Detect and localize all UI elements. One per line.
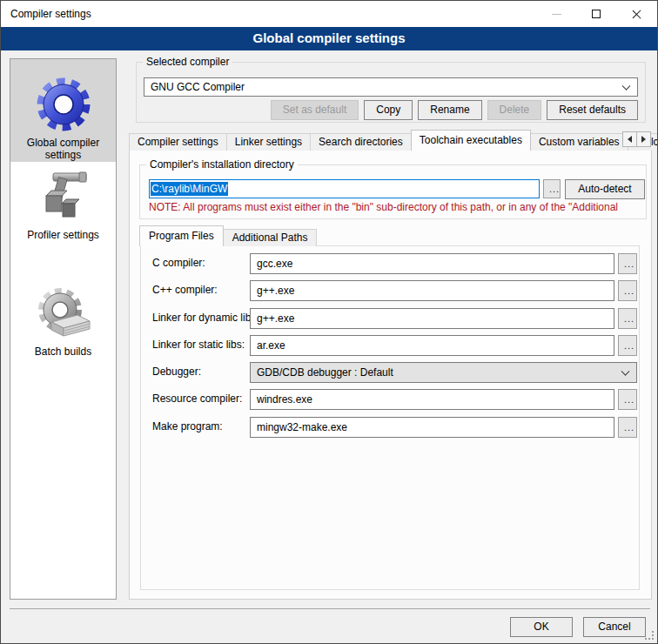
minimize-icon [552,14,561,15]
settings-sidebar: Global compiler settings Profiler settin… [10,58,117,600]
gray-gear-stack-icon [36,285,91,341]
field-value: g++.exe [257,285,294,297]
sidebar-item-label: Batch builds [35,345,91,358]
dynamic-linker-row: Linker for dynamic libs: g++.exe ... [141,308,639,329]
resize-grip-icon[interactable] [645,631,654,640]
field-label: Debugger: [152,366,201,378]
sidebar-item-label: Global compiler settings [10,137,116,161]
field-label: Linker for static libs: [152,339,245,351]
window-title: Compiler settings [10,1,91,27]
compiler-buttons: Set as default Copy Rename Delete Reset … [271,100,638,120]
arrow-right-icon [641,136,649,143]
close-button[interactable] [616,1,656,27]
field-label: Resource compiler: [152,392,242,405]
field-value: g++.exe [257,312,294,325]
reset-defaults-button[interactable]: Reset defaults [547,100,638,120]
sidebar-item-global-compiler-settings[interactable]: Global compiler settings [10,59,116,162]
static-linker-input[interactable]: ar.exe [250,335,614,356]
cpp-compiler-row: C++ compiler: g++.exe ... [141,280,639,301]
delete-button: Delete [487,100,542,120]
debugger-row: Debugger: GDB/CDB debugger : Default [141,362,639,383]
main-tab-strip: Compiler settings Linker settings Search… [129,131,658,151]
blue-gear-icon [36,77,91,132]
tab-scroll-right-button[interactable] [636,131,651,147]
footer-divider [10,608,650,609]
browse-static-linker-button[interactable]: ... [618,335,637,356]
group-label: Compiler's installation directory [146,158,298,171]
arrow-left-icon [624,136,632,143]
field-label: Make program: [152,420,223,433]
installation-directory-group: Compiler's installation directory C:\ray… [139,164,647,219]
sidebar-item-label: Profiler settings [27,229,99,241]
browse-cpp-compiler-button[interactable]: ... [618,280,637,301]
compiler-settings-dialog: Compiler settings Global compiler settin… [0,0,658,644]
minimize-button [536,1,576,27]
field-label: C compiler: [152,257,205,269]
tab-search-directories[interactable]: Search directories [310,133,412,151]
ok-button[interactable]: OK [510,617,573,637]
field-value: mingw32-make.exe [257,421,347,433]
field-value: ar.exe [257,339,285,352]
sidebar-item-batch-builds[interactable]: Batch builds [10,280,116,371]
toolchain-executables-panel: Compiler's installation directory C:\ray… [129,150,652,600]
program-files-panel: C compiler: gcc.exe ... C++ compiler: g+… [140,245,640,590]
group-label: Selected compiler [143,56,232,68]
compiler-select[interactable]: GNU GCC Compiler [144,77,638,97]
sub-tab-strip: Program Files Additional Paths [139,225,316,246]
cpp-compiler-input[interactable]: g++.exe [250,280,614,301]
browse-dynamic-linker-button[interactable]: ... [618,308,637,329]
close-icon [631,9,642,20]
tab-toolchain-executables[interactable]: Toolchain executables [411,130,531,151]
browse-directory-button[interactable]: ... [543,179,561,198]
browse-make-program-button[interactable]: ... [618,417,637,438]
make-program-input[interactable]: mingw32-make.exe [250,417,614,438]
page-title: Global compiler settings [1,27,657,50]
chevron-down-icon [621,367,630,376]
browse-resource-compiler-button[interactable]: ... [618,389,637,410]
auto-detect-button[interactable]: Auto-detect [565,179,645,199]
c-compiler-row: C compiler: gcc.exe ... [141,253,639,274]
chevron-down-icon [622,82,631,91]
tab-compiler-settings[interactable]: Compiler settings [129,133,227,151]
resource-compiler-row: Resource compiler: windres.exe ... [141,389,639,410]
set-as-default-button: Set as default [271,100,359,120]
maximize-button[interactable] [576,1,616,27]
field-value: GDB/CDB debugger : Default [257,366,393,379]
tab-program-files[interactable]: Program Files [139,225,224,246]
selected-compiler-group: Selected compiler GNU GCC Compiler Set a… [136,62,646,123]
field-value: gcc.exe [257,258,292,270]
tab-scroll-buttons [623,131,651,147]
field-label: Linker for dynamic libs: [152,312,259,324]
c-compiler-input[interactable]: gcc.exe [250,253,614,274]
selected-path-text: C:\raylib\MinGW [151,182,228,196]
tab-linker-settings[interactable]: Linker settings [226,133,311,151]
browse-c-compiler-button[interactable]: ... [618,253,637,274]
tab-custom-variables[interactable]: Custom variables [530,133,628,151]
caliper-icon [36,169,91,225]
bin-subdirectory-note: NOTE: All programs must exist either in … [149,201,618,213]
title-bar: Compiler settings [1,1,657,27]
resource-compiler-input[interactable]: windres.exe [250,389,614,410]
static-linker-row: Linker for static libs: ar.exe ... [141,335,639,356]
rename-button[interactable]: Rename [418,100,481,120]
compiler-select-value: GNU GCC Compiler [151,81,245,93]
installation-directory-input[interactable]: C:\raylib\MinGW [149,179,540,198]
sidebar-item-profiler-settings[interactable]: Profiler settings [10,165,116,256]
tab-additional-paths[interactable]: Additional Paths [223,229,318,246]
tab-scroll-left-button[interactable] [622,131,637,147]
cancel-button[interactable]: Cancel [583,617,646,637]
debugger-select[interactable]: GDB/CDB debugger : Default [250,362,637,383]
dynamic-linker-input[interactable]: g++.exe [250,308,614,329]
window-controls [536,1,656,27]
copy-button[interactable]: Copy [364,100,413,120]
make-program-row: Make program: mingw32-make.exe ... [141,417,639,438]
field-label: C++ compiler: [152,284,218,296]
field-value: windres.exe [257,393,312,406]
maximize-icon [592,10,601,18]
